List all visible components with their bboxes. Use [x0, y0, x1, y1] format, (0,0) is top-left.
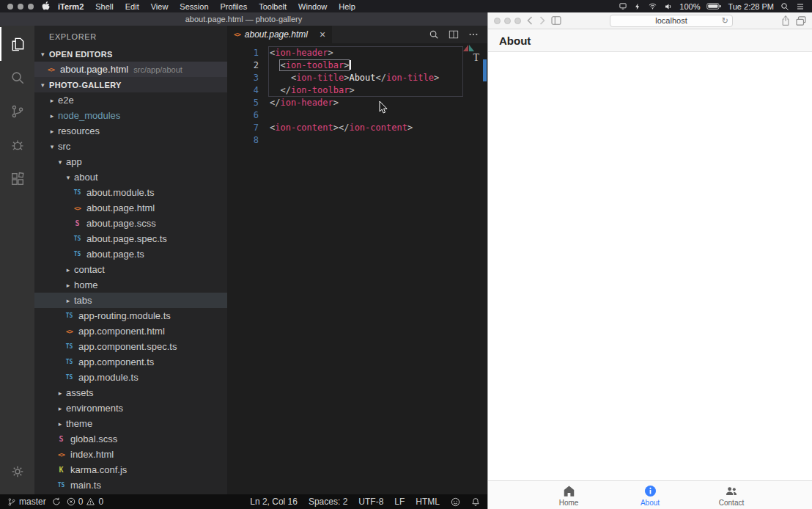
tree-item-label: resources	[58, 125, 100, 136]
editor-tabbar: <> about.page.html ×	[227, 26, 487, 43]
explorer-icon[interactable]	[0, 27, 34, 61]
token: ion-title	[386, 73, 434, 83]
tab-contact[interactable]: Contact	[691, 481, 772, 509]
minimize-window-dot[interactable]	[504, 18, 511, 24]
address-bar[interactable]: localhost ↻	[610, 15, 733, 27]
window-controls[interactable]	[7, 4, 34, 10]
vscode-titlebar[interactable]: about.page.html — photo-gallery	[0, 12, 487, 26]
tree-item-app.component.spec.ts[interactable]: TSapp.component.spec.ts	[34, 339, 227, 354]
open-editor-name: about.page.html	[60, 64, 128, 75]
menu-iterm2[interactable]: iTerm2	[52, 2, 89, 11]
forward-icon[interactable]	[539, 16, 545, 25]
apple-menu-icon[interactable]	[42, 1, 50, 11]
menu-toolbelt[interactable]: Toolbelt	[253, 2, 292, 11]
tree-item-e2e[interactable]: ▸e2e	[34, 92, 227, 108]
notifications-bell-icon[interactable]	[471, 497, 480, 507]
tree-item-app-routing.module.ts[interactable]: TSapp-routing.module.ts	[34, 308, 227, 323]
close-icon[interactable]: ×	[320, 29, 325, 40]
menu-session[interactable]: Session	[174, 2, 214, 11]
back-icon[interactable]	[527, 16, 533, 25]
tree-item-app.module.ts[interactable]: TSapp.module.ts	[34, 370, 227, 385]
zoom-window-dot[interactable]	[514, 18, 521, 24]
tree-item-app.component.html[interactable]: <>app.component.html	[34, 323, 227, 339]
tree-item-main.ts[interactable]: TSmain.ts	[34, 477, 227, 493]
tab-about[interactable]: About	[610, 481, 691, 509]
tree-item-about.page.html[interactable]: <>about.page.html	[34, 200, 227, 216]
notification-center-icon[interactable]	[796, 2, 805, 11]
menu-help[interactable]: Help	[333, 2, 361, 11]
language-mode[interactable]: HTML	[416, 497, 440, 507]
project-header[interactable]: ▾ PHOTO-GALLERY	[34, 77, 227, 92]
tree-item-about[interactable]: ▾about	[34, 169, 227, 185]
menu-edit[interactable]: Edit	[119, 2, 145, 11]
sync-icon[interactable]	[52, 497, 61, 506]
scrollbar-marker[interactable]	[483, 59, 487, 81]
window-dot[interactable]	[7, 4, 13, 10]
tree-item-label: main.ts	[70, 480, 101, 491]
eol-setting[interactable]: LF	[394, 497, 405, 507]
tree-item-node_modules[interactable]: ▸node_modules	[34, 108, 227, 123]
tree-item-index.html[interactable]: <>index.html	[34, 447, 227, 462]
token: ion-header	[275, 48, 328, 58]
tree-item-src[interactable]: ▾src	[34, 139, 227, 154]
error-icon	[67, 497, 75, 506]
tree-item-global.scss[interactable]: Sglobal.scss	[34, 431, 227, 447]
encoding-setting[interactable]: UTF-8	[358, 497, 383, 507]
scss-file-icon: S	[72, 219, 83, 227]
tab-home[interactable]: Home	[528, 481, 610, 509]
wifi-icon[interactable]	[648, 2, 657, 10]
display-icon[interactable]	[619, 2, 627, 10]
window-dot[interactable]	[18, 4, 23, 10]
tree-item-app.component.ts[interactable]: TSapp.component.ts	[34, 354, 227, 370]
source-control-icon[interactable]	[0, 95, 34, 128]
tree-item-about.module.ts[interactable]: TSabout.module.ts	[34, 185, 227, 200]
feedback-smiley-icon[interactable]	[451, 497, 460, 507]
open-editor-item[interactable]: <> about.page.html src/app/about	[34, 62, 227, 77]
tree-item-tabs[interactable]: ▸tabs	[34, 293, 227, 308]
more-actions-icon[interactable]	[468, 29, 479, 40]
close-window-dot[interactable]	[494, 18, 501, 24]
menubar-clock[interactable]: Tue 2:28 PM	[728, 2, 774, 11]
line-number: 8	[227, 134, 259, 147]
spotlight-icon[interactable]	[780, 2, 789, 11]
cursor-position[interactable]: Ln 2, Col 16	[250, 497, 298, 507]
tree-item-environments[interactable]: ▸environments	[34, 400, 227, 416]
menu-profiles[interactable]: Profiles	[215, 2, 254, 11]
tree-item-assets[interactable]: ▸assets	[34, 385, 227, 400]
extensions-icon[interactable]	[0, 162, 34, 196]
tree-item-about.page.spec.ts[interactable]: TSabout.page.spec.ts	[34, 231, 227, 246]
menu-view[interactable]: View	[145, 2, 174, 11]
tree-item-home[interactable]: ▸home	[34, 277, 227, 293]
tree-item-label: e2e	[58, 95, 74, 106]
open-editor-path: src/app/about	[133, 65, 182, 74]
volume-icon[interactable]	[664, 2, 673, 11]
menu-window[interactable]: Window	[292, 2, 333, 11]
sidebar-toggle-icon[interactable]	[551, 16, 561, 25]
tree-item-karma.conf.js[interactable]: Kkarma.conf.js	[34, 462, 227, 477]
problems-indicator[interactable]: 0 0	[67, 497, 103, 507]
search-icon[interactable]	[0, 61, 34, 95]
settings-gear-icon[interactable]	[0, 455, 34, 488]
people-icon	[724, 484, 739, 498]
find-in-file-icon[interactable]	[429, 29, 439, 40]
split-editor-icon[interactable]	[449, 29, 459, 40]
indentation-setting[interactable]: Spaces: 2	[309, 497, 347, 507]
debug-icon[interactable]	[0, 128, 34, 162]
reload-icon[interactable]: ↻	[722, 17, 728, 25]
tree-item-about.page.ts[interactable]: TSabout.page.ts	[34, 246, 227, 262]
tree-item-theme[interactable]: ▸theme	[34, 416, 227, 431]
safari-window-controls[interactable]	[494, 18, 521, 24]
editor-tab[interactable]: <> about.page.html ×	[227, 26, 332, 43]
git-branch-indicator[interactable]: master	[7, 497, 46, 507]
tree-item-app[interactable]: ▾app	[34, 154, 227, 169]
open-editors-header[interactable]: ▾ OPEN EDITORS	[34, 46, 227, 62]
tree-item-about.page.scss[interactable]: Sabout.page.scss	[34, 216, 227, 231]
tree-item-contact[interactable]: ▸contact	[34, 262, 227, 277]
menu-shell[interactable]: Shell	[89, 2, 119, 11]
share-icon[interactable]	[781, 15, 790, 26]
tabs-overview-icon[interactable]	[796, 16, 806, 26]
bolt-icon[interactable]	[634, 2, 641, 11]
tree-item-resources[interactable]: ▸resources	[34, 123, 227, 139]
window-dot[interactable]	[28, 4, 34, 10]
code-editor[interactable]: 1<ion-header>2 <ion-toolbar>3 <ion-title…	[227, 43, 487, 494]
